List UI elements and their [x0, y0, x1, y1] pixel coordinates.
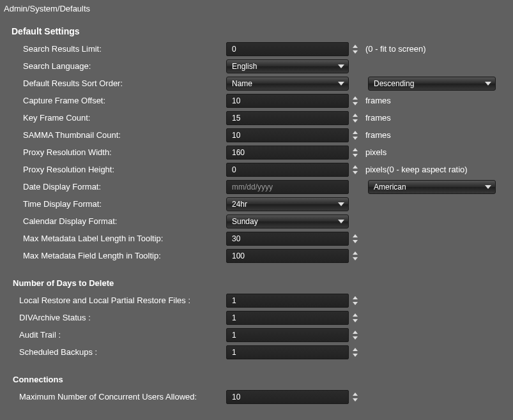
svg-marker-6: [353, 102, 358, 105]
row-samma-thumb-count: SAMMA Thumbnail Count: frames: [15, 126, 504, 144]
svg-marker-3: [338, 82, 344, 86]
stepper-up-icon[interactable]: [351, 295, 359, 301]
label-key-frame-count: Key Frame Count:: [15, 113, 226, 123]
input-local-restore[interactable]: [226, 294, 349, 308]
select-date-region[interactable]: American: [368, 180, 496, 194]
stepper-down-icon[interactable]: [351, 335, 359, 341]
input-samma-thumb-count[interactable]: [226, 128, 349, 142]
svg-marker-24: [353, 313, 358, 317]
stepper-up-icon[interactable]: [351, 147, 359, 153]
stepper-up-icon[interactable]: [351, 329, 359, 335]
stepper-down-icon[interactable]: [351, 301, 359, 306]
stepper-up-icon[interactable]: [351, 43, 359, 49]
stepper-down-icon[interactable]: [351, 352, 359, 358]
svg-marker-5: [353, 96, 358, 100]
select-search-language[interactable]: English: [226, 59, 349, 73]
stepper-up-icon[interactable]: [351, 233, 359, 239]
input-date-display-format[interactable]: [226, 180, 349, 194]
spinner-max-concurrent-users: [351, 391, 360, 403]
spinner-search-results-limit: [351, 43, 360, 55]
label-calendar-display-format: Calendar Display Format:: [15, 216, 226, 226]
svg-marker-8: [353, 119, 358, 123]
select-value-calendar-display-format: Sunday: [232, 217, 258, 226]
spinner-max-meta-label: [351, 233, 360, 244]
stepper-down-icon[interactable]: [351, 49, 359, 55]
stepper-down-icon[interactable]: [351, 101, 359, 107]
stepper-up-icon[interactable]: [351, 95, 359, 101]
suffix-pixels-keep-ratio: pixels(0 - keep aspect ratio): [365, 165, 468, 174]
input-audit-trail[interactable]: [226, 328, 349, 342]
svg-marker-11: [353, 148, 358, 151]
input-capture-frame-offset[interactable]: [226, 94, 349, 108]
stepper-down-icon[interactable]: [351, 135, 359, 141]
spinner-max-meta-field: [351, 250, 360, 262]
spinner-divarchive-status: [351, 312, 360, 324]
input-key-frame-count[interactable]: [226, 111, 349, 125]
stepper-down-icon[interactable]: [351, 170, 359, 176]
select-calendar-display-format[interactable]: Sunday: [226, 214, 349, 229]
select-value-sort-direction: Descending: [374, 79, 414, 88]
input-max-meta-field[interactable]: [226, 249, 349, 263]
stepper-up-icon[interactable]: [351, 391, 359, 397]
svg-marker-15: [485, 185, 491, 189]
row-time-display-format: Time Display Format: 24hr: [15, 195, 504, 213]
svg-marker-13: [353, 165, 358, 169]
row-proxy-res-width: Proxy Resolution Width: pixels: [15, 144, 504, 161]
section-title-connections: Connections: [13, 375, 504, 384]
section-title-days-delete: Number of Days to Delete: [13, 278, 504, 288]
svg-marker-7: [353, 114, 358, 117]
row-divarchive-status: DIVArchive Status :: [15, 309, 504, 326]
svg-marker-4: [485, 82, 491, 86]
input-max-concurrent-users[interactable]: [226, 390, 349, 404]
chevron-down-icon: [338, 202, 344, 206]
breadcrumb: Admin/System/Defaults: [0, 0, 513, 13]
input-max-meta-label[interactable]: [226, 232, 349, 246]
label-divarchive-status: DIVArchive Status :: [15, 313, 226, 322]
spinner-proxy-res-height: [351, 164, 360, 176]
row-local-restore: Local Restore and Local Partial Restore …: [15, 292, 504, 309]
svg-marker-22: [353, 296, 358, 299]
stepper-up-icon[interactable]: [351, 164, 359, 170]
stepper-down-icon[interactable]: [351, 397, 359, 403]
select-sort-field[interactable]: Name: [226, 77, 349, 91]
input-proxy-res-width[interactable]: [226, 146, 349, 160]
label-proxy-res-width: Proxy Resolution Width:: [15, 147, 226, 157]
label-max-meta-field: Max Metadata Field Length in Tooltip:: [15, 251, 226, 260]
label-date-display-format: Date Display Format:: [15, 182, 226, 191]
row-proxy-res-height: Proxy Resolution Height: pixels(0 - keep…: [15, 161, 504, 178]
stepper-down-icon[interactable]: [351, 318, 359, 324]
select-value-date-region: American: [374, 183, 406, 191]
spinner-samma-thumb-count: [351, 130, 360, 141]
stepper-up-icon[interactable]: [351, 312, 359, 318]
stepper-down-icon[interactable]: [351, 256, 359, 262]
input-proxy-res-height[interactable]: [226, 163, 349, 177]
svg-marker-26: [353, 331, 358, 334]
input-search-results-limit[interactable]: [226, 42, 349, 56]
label-audit-trail: Audit Trail :: [15, 330, 226, 340]
select-sort-direction[interactable]: Descending: [368, 77, 496, 91]
suffix-pixels: pixels: [365, 147, 387, 157]
default-settings-panel: Default Settings Search Results Limit: (…: [0, 13, 513, 413]
suffix-frames: frames: [365, 113, 391, 123]
input-divarchive-status[interactable]: [226, 311, 349, 325]
stepper-down-icon[interactable]: [351, 239, 359, 244]
select-time-display-format[interactable]: 24hr: [226, 197, 349, 211]
row-search-results-limit: Search Results Limit: (0 - fit to screen…: [15, 40, 504, 57]
svg-marker-0: [353, 45, 358, 48]
row-key-frame-count: Key Frame Count: frames: [15, 109, 504, 126]
stepper-up-icon[interactable]: [351, 347, 359, 352]
stepper-up-icon[interactable]: [351, 130, 359, 135]
row-audit-trail: Audit Trail :: [15, 326, 504, 343]
input-scheduled-backups[interactable]: [226, 345, 349, 359]
stepper-down-icon[interactable]: [351, 118, 359, 124]
svg-marker-29: [353, 354, 358, 357]
label-proxy-res-height: Proxy Resolution Height:: [15, 165, 226, 174]
suffix-frames: frames: [365, 130, 391, 140]
stepper-up-icon[interactable]: [351, 250, 359, 256]
stepper-up-icon[interactable]: [351, 112, 359, 118]
select-value-sort-field: Name: [232, 79, 252, 88]
svg-marker-28: [353, 348, 358, 351]
label-samma-thumb-count: SAMMA Thumbnail Count:: [15, 130, 226, 140]
svg-marker-9: [353, 131, 358, 134]
stepper-down-icon[interactable]: [351, 153, 359, 158]
